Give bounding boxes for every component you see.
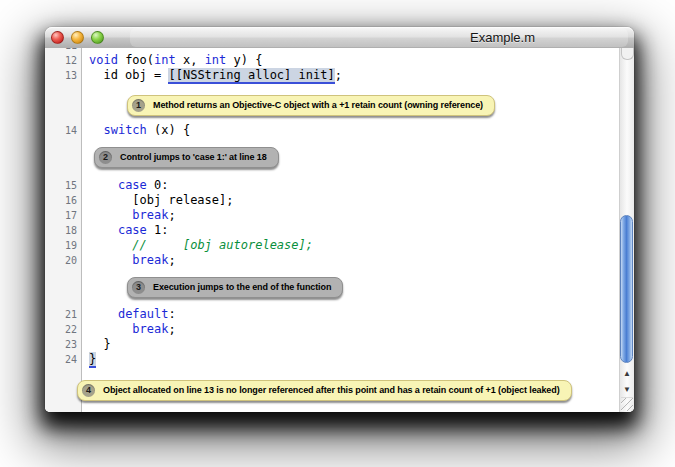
vertical-scrollbar[interactable]: ▲ ▼ xyxy=(619,48,634,412)
code-segment: foo( xyxy=(118,53,154,67)
line-number: 16 xyxy=(45,193,77,208)
code-segment xyxy=(89,322,132,336)
annotation-text: Execution jumps to the end of the functi… xyxy=(153,280,331,295)
code-segment: break xyxy=(132,253,168,267)
code-line-20[interactable]: 20 break; xyxy=(45,253,619,268)
analyzer-annotation-4[interactable]: 4Object allocated on line 13 is no longe… xyxy=(77,380,572,401)
annotation-text: Method returns an Objective-C object wit… xyxy=(153,98,483,113)
code-text: case 0: xyxy=(77,178,169,193)
code-segment: switch xyxy=(103,123,146,137)
title-bar[interactable]: Example.m xyxy=(45,27,634,49)
analyzer-highlighted-expression: [[NSString alloc] init] xyxy=(168,68,334,84)
code-segment xyxy=(89,178,118,192)
annotation-text: Control jumps to 'case 1:' at line 18 xyxy=(120,150,267,165)
line-number: 13 xyxy=(45,68,77,83)
code-text: id obj = [[NSString alloc] init]; xyxy=(77,68,342,83)
code-segment: break xyxy=(132,322,168,336)
code-line-22[interactable]: 22 break; xyxy=(45,322,619,337)
code-segment: (x) { xyxy=(147,123,190,137)
code-segment: break xyxy=(132,208,168,222)
code-line-14[interactable]: 14 switch (x) { xyxy=(45,123,619,138)
annotation-step-badge: 2 xyxy=(99,151,112,164)
code-segment: x, xyxy=(176,53,205,67)
code-segment: ; xyxy=(335,68,342,82)
code-segment: case xyxy=(118,223,147,237)
line-number: 12 xyxy=(45,53,77,68)
line-number: 14 xyxy=(45,123,77,138)
scrollbar-thumb[interactable] xyxy=(620,215,633,363)
code-segment xyxy=(89,223,118,237)
line-number: 21 xyxy=(45,307,77,322)
close-button[interactable] xyxy=(51,31,64,44)
analyzer-annotation-3[interactable]: 3Execution jumps to the end of the funct… xyxy=(127,277,343,298)
code-text: break; xyxy=(77,253,176,268)
code-text: } xyxy=(77,337,111,352)
annotation-text: Object allocated on line 13 is no longer… xyxy=(103,383,560,398)
analyzer-highlighted-expression: } xyxy=(89,352,96,368)
code-segment: default xyxy=(118,307,169,321)
code-line-13[interactable]: 13 id obj = [[NSString alloc] init]; xyxy=(45,68,619,83)
annotation-step-badge: 4 xyxy=(82,384,95,397)
code-text: void foo(int x, int y) { xyxy=(77,53,262,68)
minimize-button[interactable] xyxy=(71,31,84,44)
editor-content[interactable]: 1112void foo(int x, int y) {13 id obj = … xyxy=(45,48,634,412)
code-line-17[interactable]: 17 break; xyxy=(45,208,619,223)
scrollbar-track-cap xyxy=(621,48,634,60)
code-line-19[interactable]: 19 // [obj autorelease]; xyxy=(45,238,619,253)
code-segment: ; xyxy=(168,253,175,267)
code-segment: 0: xyxy=(147,178,169,192)
code-segment: void xyxy=(89,53,118,67)
line-number: 19 xyxy=(45,238,77,253)
code-text: // [obj autorelease]; xyxy=(77,238,313,253)
code-segment: ; xyxy=(168,208,175,222)
code-segment: case xyxy=(118,178,147,192)
scrollbar-buttons: ▲ ▼ xyxy=(620,366,634,398)
code-segment: id obj = xyxy=(89,68,168,82)
scroll-down-button[interactable]: ▼ xyxy=(620,382,634,398)
line-number: 23 xyxy=(45,337,77,352)
line-number: 17 xyxy=(45,208,77,223)
line-number: 15 xyxy=(45,178,77,193)
code-segment: 1: xyxy=(147,223,169,237)
line-number: 24 xyxy=(45,352,77,367)
code-line-16[interactable]: 16 [obj release]; xyxy=(45,193,619,208)
zoom-button[interactable] xyxy=(91,31,104,44)
code-text: break; xyxy=(77,322,176,337)
code-segment: } xyxy=(89,337,111,351)
code-rows: 1112void foo(int x, int y) {13 id obj = … xyxy=(45,48,619,412)
annotation-step-badge: 1 xyxy=(132,99,145,112)
code-segment: int xyxy=(205,53,227,67)
code-text: break; xyxy=(77,208,176,223)
scroll-up-button[interactable]: ▲ xyxy=(620,366,634,382)
line-number: 18 xyxy=(45,223,77,238)
code-segment: int xyxy=(154,53,176,67)
code-line-24[interactable]: 24} xyxy=(45,352,619,367)
analyzer-annotation-1[interactable]: 1Method returns an Objective-C object wi… xyxy=(127,95,495,116)
code-segment: y) { xyxy=(226,53,262,67)
arrow-down-icon: ▼ xyxy=(623,385,631,394)
code-segment: : xyxy=(168,307,175,321)
code-segment xyxy=(89,208,132,222)
resize-grip-icon[interactable] xyxy=(621,397,633,411)
code-text: switch (x) { xyxy=(77,123,190,138)
code-line-18[interactable]: 18 case 1: xyxy=(45,223,619,238)
code-segment xyxy=(89,238,132,252)
code-line-23[interactable]: 23 } xyxy=(45,337,619,352)
code-line-21[interactable]: 21 default: xyxy=(45,307,619,322)
title-bar-sheen xyxy=(130,28,628,47)
code-text: } xyxy=(77,352,96,367)
arrow-up-icon: ▲ xyxy=(623,369,631,378)
line-number: 22 xyxy=(45,322,77,337)
code-segment: ; xyxy=(168,322,175,336)
code-line-12[interactable]: 12void foo(int x, int y) { xyxy=(45,53,619,68)
code-text: default: xyxy=(77,307,176,322)
code-line-15[interactable]: 15 case 0: xyxy=(45,178,619,193)
line-number: 20 xyxy=(45,253,77,268)
code-segment xyxy=(89,123,103,137)
analyzer-annotation-2[interactable]: 2Control jumps to 'case 1:' at line 18 xyxy=(94,147,279,168)
code-segment xyxy=(89,253,132,267)
code-segment: [obj release]; xyxy=(89,193,234,207)
window: Example.m 1112void foo(int x, int y) {13… xyxy=(45,27,634,412)
code-text: case 1: xyxy=(77,223,169,238)
code-segment: // [obj autorelease]; xyxy=(132,238,313,252)
